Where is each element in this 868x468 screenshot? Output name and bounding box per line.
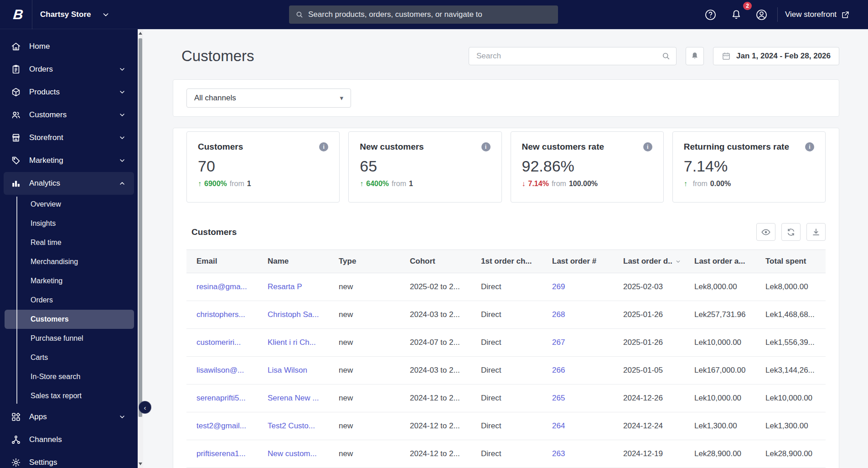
analytics-icon (11, 178, 21, 188)
customer-email-link[interactable]: resina@gma... (186, 273, 258, 301)
customer-name-link[interactable]: Resarta P (258, 273, 329, 301)
card-title: New customers (360, 142, 424, 152)
last-order-link[interactable]: 268 (542, 301, 613, 328)
customer-name-link[interactable]: Lisa Wilson (258, 357, 329, 384)
scroll-down-arrow[interactable] (139, 463, 142, 465)
page-search-input[interactable] (476, 52, 661, 61)
customer-email-link[interactable]: christophers... (186, 301, 258, 328)
last-order-link[interactable]: 269 (542, 273, 613, 301)
date-range-picker[interactable]: Jan 1, 2024 - Feb 28, 2026 (713, 47, 839, 65)
sidebar-collapse-button[interactable]: ‹ (139, 401, 151, 414)
sidebar-item-apps[interactable]: Apps (0, 406, 138, 428)
info-icon[interactable]: i (319, 142, 328, 151)
brand-letter: B (12, 7, 24, 22)
sidebar-item-customers[interactable]: Customers (0, 104, 138, 126)
last-order-date: 2025-02-03 (613, 273, 684, 301)
column-header-last-order-amount[interactable]: Last order a... (684, 250, 755, 273)
global-search[interactable] (289, 5, 558, 24)
scroll-up-arrow[interactable] (139, 32, 142, 35)
last-order-link[interactable]: 265 (542, 385, 613, 412)
sidebar-subitem-sales-tax-report[interactable]: Sales tax report (0, 386, 138, 406)
table-row: christophers... Christoph Sa... new 2024… (186, 301, 826, 329)
customer-email-link[interactable]: customeriri... (186, 329, 258, 356)
chevron-down-icon (119, 134, 126, 141)
delta-value: 6400% (366, 180, 389, 188)
notifications-button[interactable] (728, 7, 744, 22)
customer-cohort: 2024-12 to 2... (400, 440, 471, 468)
brand-logo[interactable]: B (10, 6, 26, 23)
account-button[interactable] (754, 7, 769, 22)
sidebar-subitem-in-store-search[interactable]: In-Store search (0, 367, 138, 386)
help-button[interactable] (703, 7, 718, 22)
last-order-link[interactable]: 267 (542, 329, 613, 356)
sidebar-item-home[interactable]: Home (0, 35, 138, 58)
customer-type: new (329, 412, 400, 440)
customer-email-link[interactable]: test2@gmail... (186, 412, 258, 440)
customer-name-link[interactable]: Test2 Custo... (258, 412, 329, 440)
column-header-email[interactable]: Email (186, 250, 258, 273)
sidebar-item-orders[interactable]: Orders (0, 58, 138, 81)
column-header-first-order-channel[interactable]: 1st order ch... (471, 250, 542, 273)
chevron-down-icon (119, 66, 126, 73)
sidebar-label: Products (29, 88, 60, 97)
last-order-link[interactable]: 263 (542, 440, 613, 468)
sidebar-subitem-insights[interactable]: Insights (0, 214, 138, 233)
last-order-amount: Lek167,000.00 (684, 357, 755, 384)
info-icon[interactable]: i (481, 142, 491, 151)
view-storefront-link[interactable]: View storefront (785, 0, 850, 29)
info-icon[interactable]: i (643, 142, 652, 151)
customer-name-link[interactable]: Klient i ri Ch... (258, 329, 329, 356)
sidebar-item-channels[interactable]: Channels (0, 428, 138, 451)
sidebar-subitem-orders[interactable]: Orders (0, 291, 138, 310)
table-row: lisawilson@... Lisa Wilson new 2024-03 t… (186, 357, 826, 385)
sidebar-item-settings[interactable]: Settings (0, 451, 138, 468)
sidebar-subitem-customers[interactable]: Customers (5, 310, 134, 329)
download-button[interactable] (806, 223, 826, 241)
column-header-name[interactable]: Name (258, 250, 329, 273)
sidebar-item-storefront[interactable]: Storefront (0, 126, 138, 149)
store-name: Chartsy Store (40, 10, 91, 19)
customer-email-link[interactable]: lisawilson@... (186, 357, 258, 384)
column-header-last-order-number[interactable]: Last order # (542, 250, 613, 273)
customer-email-link[interactable]: serenaprifti5... (186, 385, 258, 412)
chevron-left-icon: ‹ (144, 404, 146, 411)
last-order-link[interactable]: 264 (542, 412, 613, 440)
sidebar-item-products[interactable]: Products (0, 81, 138, 104)
sidebar-subitem-overview[interactable]: Overview (0, 195, 138, 214)
first-order-channel: Direct (471, 357, 542, 384)
sidebar-subitem-carts[interactable]: Carts (0, 348, 138, 367)
customer-name-link[interactable]: Christoph Sa... (258, 301, 329, 328)
scrollbar-thumb[interactable] (139, 38, 142, 417)
sidebar-subitem-real-time[interactable]: Real time (0, 233, 138, 252)
sidebar-item-marketing[interactable]: Marketing (0, 149, 138, 172)
chevron-down-icon (119, 413, 126, 421)
page-search[interactable] (469, 47, 677, 65)
sidebar-item-analytics[interactable]: Analytics (4, 172, 134, 195)
refresh-button[interactable] (781, 223, 801, 241)
column-header-type[interactable]: Type (329, 250, 400, 273)
last-order-link[interactable]: 266 (542, 357, 613, 384)
customer-name-link[interactable]: New custom... (258, 440, 329, 468)
sidebar-subitem-merchandising[interactable]: Merchandising (0, 252, 138, 271)
info-icon[interactable]: i (805, 142, 814, 151)
sidebar-label: Marketing (29, 156, 63, 165)
channel-filter-select[interactable]: All channels ▾ (186, 88, 351, 108)
alerts-button[interactable] (686, 47, 704, 65)
customer-type: new (329, 329, 400, 356)
chevron-down-icon[interactable] (102, 11, 109, 18)
table-row: serenaprifti5... Serena New ... new 2024… (186, 385, 826, 412)
sidebar-subitem-marketing[interactable]: Marketing (0, 271, 138, 291)
column-header-total-spent[interactable]: Total spent (755, 250, 827, 273)
sidebar-subitem-purchase-funnel[interactable]: Purchase funnel (0, 329, 138, 348)
first-order-channel: Direct (471, 329, 542, 356)
column-header-label: Last order d.. (623, 257, 672, 266)
card-title: Returning customers rate (684, 142, 789, 152)
customer-email-link[interactable]: priftiserena1... (186, 440, 258, 468)
customer-name-link[interactable]: Serena New ... (258, 385, 329, 412)
columns-visibility-button[interactable] (756, 223, 775, 241)
customer-type: new (329, 385, 400, 412)
column-header-cohort[interactable]: Cohort (400, 250, 471, 273)
column-header-last-order-date[interactable]: Last order d.. (613, 250, 684, 273)
total-spent: Lek10,000.00 (755, 385, 827, 412)
global-search-input[interactable] (308, 10, 552, 19)
